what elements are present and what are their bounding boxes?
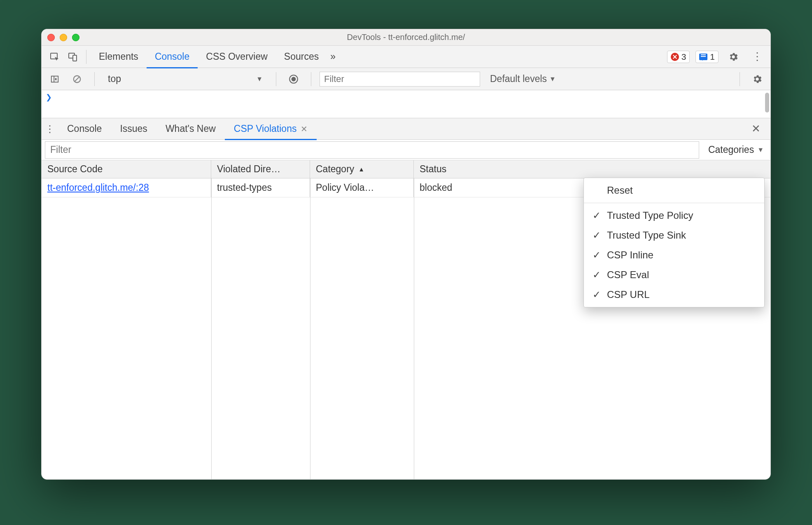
separator (276, 72, 276, 86)
devtools-window: DevTools - tt-enforced.glitch.me/ Elemen… (41, 29, 771, 480)
drawer-tabbar: ⋮ Console Issues What's New CSP Violatio… (42, 118, 770, 140)
svg-point-5 (292, 77, 296, 81)
scrollbar[interactable] (765, 93, 769, 112)
menu-reset[interactable]: Reset (584, 180, 764, 200)
check-icon: ✓ (592, 269, 601, 281)
drawer-more-icon[interactable]: ⋮ (42, 123, 58, 135)
chevron-down-icon: ▼ (256, 75, 263, 83)
drawer-tab-issues[interactable]: Issues (111, 118, 156, 140)
cell-category: Policy Viola… (310, 178, 414, 197)
drawer-tab-csp-violations[interactable]: CSP Violations ✕ (225, 118, 317, 140)
tab-sources[interactable]: Sources (276, 46, 327, 68)
col-category[interactable]: Category ▲ (310, 160, 414, 178)
separator (86, 50, 86, 64)
menu-item-csp-inline[interactable]: ✓CSP Inline (584, 245, 764, 265)
close-icon[interactable]: ✕ (301, 124, 308, 134)
menu-item-csp-eval[interactable]: ✓CSP Eval (584, 265, 764, 285)
tab-css-overview[interactable]: CSS Overview (198, 46, 276, 68)
check-icon: ✓ (592, 249, 601, 261)
drawer-close-icon[interactable]: ✕ (744, 122, 768, 135)
clear-console-icon[interactable] (68, 71, 86, 87)
table-header: Source Code Violated Dire… Category ▲ St… (42, 160, 770, 178)
console-filter-input[interactable] (320, 72, 480, 87)
main-tabbar: Elements Console CSS Overview Sources » … (42, 46, 770, 68)
drawer-tab-console[interactable]: Console (58, 118, 111, 140)
menu-item-trusted-type-policy[interactable]: ✓Trusted Type Policy (584, 206, 764, 225)
sort-asc-icon: ▲ (358, 166, 364, 173)
chevron-down-icon: ▼ (549, 75, 556, 83)
console-sidebar-toggle-icon[interactable] (46, 71, 64, 87)
minimize-window-icon[interactable] (60, 34, 67, 41)
console-toolbar: top ▼ Default levels ▼ (42, 68, 770, 90)
separator (311, 72, 311, 86)
settings-icon[interactable] (724, 49, 742, 65)
context-selector[interactable]: top ▼ (103, 72, 268, 87)
errors-badge[interactable]: 3 (667, 51, 690, 63)
svg-rect-3 (51, 76, 58, 82)
tab-console[interactable]: Console (147, 46, 198, 68)
window-controls (47, 34, 79, 41)
live-expression-icon[interactable] (285, 71, 303, 87)
menu-item-trusted-type-sink[interactable]: ✓Trusted Type Sink (584, 225, 764, 245)
col-status[interactable]: Status (414, 160, 770, 178)
tab-elements[interactable]: Elements (91, 46, 147, 68)
cell-directive: trusted-types (211, 178, 310, 197)
violations-toolbar: Categories ▼ (42, 140, 770, 160)
col-directive[interactable]: Violated Dire… (211, 160, 310, 178)
log-levels-selector[interactable]: Default levels ▼ (484, 73, 562, 84)
source-link[interactable]: tt-enforced.glitch.me/:28 (47, 182, 149, 193)
close-window-icon[interactable] (47, 34, 55, 41)
device-toggle-icon[interactable] (64, 49, 82, 65)
error-icon (671, 53, 679, 61)
chevron-down-icon: ▼ (757, 146, 764, 154)
zoom-window-icon[interactable] (72, 34, 79, 41)
message-icon (699, 54, 707, 60)
violations-table: Source Code Violated Dire… Category ▲ St… (42, 160, 770, 480)
window-title: DevTools - tt-enforced.glitch.me/ (42, 33, 770, 42)
messages-badge[interactable]: 1 (695, 51, 719, 63)
menu-item-csp-url[interactable]: ✓CSP URL (584, 285, 764, 305)
check-icon: ✓ (592, 210, 601, 221)
titlebar: DevTools - tt-enforced.glitch.me/ (42, 29, 770, 46)
drawer-tab-whatsnew[interactable]: What's New (156, 118, 225, 140)
inspect-icon[interactable] (46, 49, 64, 65)
svg-rect-2 (73, 55, 77, 61)
violations-filter-input[interactable] (45, 141, 699, 159)
console-messages: ❯ (42, 90, 770, 118)
console-settings-icon[interactable] (748, 71, 766, 87)
separator (740, 72, 740, 86)
more-icon[interactable]: ⋮ (748, 49, 766, 65)
col-source[interactable]: Source Code (42, 160, 211, 178)
check-icon: ✓ (592, 289, 601, 300)
categories-menu: Reset ✓Trusted Type Policy ✓Trusted Type… (583, 178, 765, 307)
separator (94, 72, 95, 86)
categories-dropdown[interactable]: Categories ▼ (702, 144, 770, 155)
tabs-overflow[interactable]: » (327, 46, 339, 68)
prompt-icon: ❯ (46, 93, 52, 102)
check-icon: ✓ (592, 230, 601, 241)
separator (584, 203, 764, 203)
